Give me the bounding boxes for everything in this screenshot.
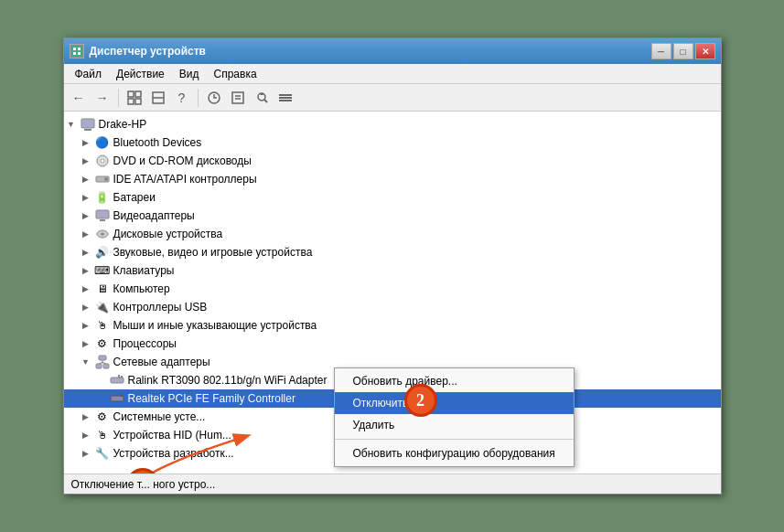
svg-rect-12 xyxy=(232,92,243,103)
expand-icon[interactable]: ▶ xyxy=(79,428,93,442)
expand-icon[interactable]: ▶ xyxy=(79,190,93,205)
svg-point-23 xyxy=(101,159,104,163)
tree-item-display[interactable]: ▶ Видеоадаптеры xyxy=(64,207,721,225)
tree-label: Батареи xyxy=(112,191,156,204)
ctx-disable[interactable]: Отключить xyxy=(335,392,574,414)
svg-rect-21 xyxy=(84,129,91,131)
tree-item-sound[interactable]: ▶ 🔊 Звуковые, видео и игровые устройства xyxy=(64,243,721,261)
tree-label: Процессоры xyxy=(112,337,177,350)
svg-rect-31 xyxy=(96,364,102,368)
svg-rect-8 xyxy=(135,99,141,104)
keyboard-icon: ⌨ xyxy=(95,263,110,278)
net-icon xyxy=(95,355,110,369)
ctx-update-hw[interactable]: Обновить конфигурацию оборудования xyxy=(335,442,574,464)
ctx-separator xyxy=(335,439,574,440)
expand-button[interactable] xyxy=(124,88,145,108)
tree-item-keyboard[interactable]: ▶ ⌨ Клавиатуры xyxy=(64,261,721,280)
tree-item-ide[interactable]: ▶ IDE ATA/ATAPI контроллеры xyxy=(64,170,721,188)
no-expand xyxy=(93,391,108,406)
svg-rect-3 xyxy=(73,52,76,55)
minimize-button[interactable]: ─ xyxy=(651,43,671,59)
ctx-delete[interactable]: Удалить xyxy=(335,414,574,436)
svg-point-29 xyxy=(101,233,104,236)
collapse-button[interactable] xyxy=(147,88,169,108)
tree-label: Компьютер xyxy=(112,282,170,295)
tree-item-mouse[interactable]: ▶ 🖱 Мыши и иные указывающие устройства xyxy=(64,316,721,335)
expand-icon[interactable]: ▶ xyxy=(79,135,93,150)
svg-rect-20 xyxy=(81,119,94,128)
close-button[interactable]: ✕ xyxy=(695,43,715,59)
svg-rect-17 xyxy=(279,94,292,96)
expand-icon[interactable]: ▶ xyxy=(79,208,93,223)
proc-icon: ⚙ xyxy=(95,336,110,351)
tree-label: DVD и CD-ROM дисководы xyxy=(112,154,252,167)
realtek-icon xyxy=(110,391,124,406)
svg-line-16 xyxy=(264,100,267,102)
expand-icon[interactable]: ▶ xyxy=(79,227,93,241)
tree-label: Звуковые, видео и игровые устройства xyxy=(112,246,313,259)
expand-icon[interactable]: ▶ xyxy=(79,245,93,260)
maximize-button[interactable]: □ xyxy=(673,43,693,59)
expand-icon[interactable]: ▶ xyxy=(79,263,93,278)
expand-icon[interactable]: ▶ xyxy=(79,446,93,461)
hid-icon: 🖱 xyxy=(95,428,110,442)
help-button[interactable]: ? xyxy=(171,88,193,108)
ctx-update-driver[interactable]: Обновить драйвер... xyxy=(335,370,574,392)
svg-rect-40 xyxy=(121,394,123,397)
tree-item-usb[interactable]: ▶ 🔌 Контроллеры USB xyxy=(64,298,721,316)
ralink-icon xyxy=(110,373,124,388)
svg-rect-30 xyxy=(99,356,106,360)
extra-button[interactable] xyxy=(274,88,296,108)
tree-label: Устройства разработк... xyxy=(112,447,234,460)
dev3-icon: 🔧 xyxy=(95,446,110,461)
svg-rect-19 xyxy=(279,100,292,101)
tree-item-dvd[interactable]: ▶ DVD и CD-ROM дисководы xyxy=(64,152,721,170)
menu-file[interactable]: Файл xyxy=(68,66,110,82)
expand-icon[interactable]: ▼ xyxy=(64,117,79,132)
context-menu: Обновить драйвер... Отключить Удалить Об… xyxy=(334,367,575,467)
back-button[interactable]: ← xyxy=(68,88,90,108)
tree-item-battery[interactable]: ▶ 🔋 Батареи xyxy=(64,188,721,207)
bluetooth-icon: 🔵 xyxy=(95,135,110,150)
scan-button[interactable] xyxy=(251,88,273,108)
tree-label: Системные усте... xyxy=(112,410,206,423)
tree-item-disk[interactable]: ▶ Дисковые устройства xyxy=(64,225,721,243)
properties-button[interactable] xyxy=(227,88,249,108)
expand-icon[interactable]: ▼ xyxy=(79,355,93,369)
computer-icon: 🖥 xyxy=(95,282,110,296)
expand-icon[interactable]: ▶ xyxy=(79,318,93,333)
expand-icon[interactable]: ▶ xyxy=(79,282,93,296)
svg-rect-32 xyxy=(103,364,109,368)
tree-root[interactable]: ▼ Drake-HP xyxy=(64,115,721,133)
expand-icon[interactable]: ▶ xyxy=(79,336,93,351)
device-manager-window: Диспетчер устройств ─ □ ✕ Файл Действие … xyxy=(63,37,722,495)
tree-item-computer[interactable]: ▶ 🖥 Компьютер xyxy=(64,280,721,298)
tree-label: Клавиатуры xyxy=(112,264,175,277)
ide-icon xyxy=(95,172,110,186)
svg-rect-18 xyxy=(279,97,292,99)
tree-label: Устройства HID (Hum... xyxy=(112,429,231,442)
expand-icon[interactable]: ▶ xyxy=(79,300,93,314)
svg-rect-1 xyxy=(73,48,76,50)
tree-item-proc[interactable]: ▶ ⚙ Процессоры xyxy=(64,335,721,353)
menu-action[interactable]: Действие xyxy=(109,66,172,82)
battery-icon: 🔋 xyxy=(95,190,110,205)
expand-icon[interactable]: ▶ xyxy=(79,410,93,424)
menu-help[interactable]: Справка xyxy=(207,66,264,82)
update-button[interactable] xyxy=(203,88,225,108)
menu-view[interactable]: Вид xyxy=(172,66,207,82)
tree-item-bluetooth[interactable]: ▶ 🔵 Bluetooth Devices xyxy=(64,133,721,152)
tree-label: Сетевые адаптеры xyxy=(112,356,210,368)
status-bar: Отключение т... ного устро... xyxy=(64,473,721,494)
tree-label: Контроллеры USB xyxy=(112,301,208,314)
tree-label: Realtek PCIe FE Family Controller xyxy=(126,392,295,405)
usb-icon: 🔌 xyxy=(95,300,110,314)
forward-button[interactable]: → xyxy=(91,88,113,108)
svg-rect-38 xyxy=(118,375,120,378)
dvd-icon xyxy=(95,154,110,168)
svg-rect-6 xyxy=(135,91,141,97)
expand-icon[interactable]: ▶ xyxy=(79,154,93,168)
expand-icon[interactable]: ▶ xyxy=(79,172,93,186)
main-content: ▼ Drake-HP ▶ 🔵 Bluetooth Devices ▶ xyxy=(64,112,721,473)
svg-rect-0 xyxy=(71,46,82,57)
